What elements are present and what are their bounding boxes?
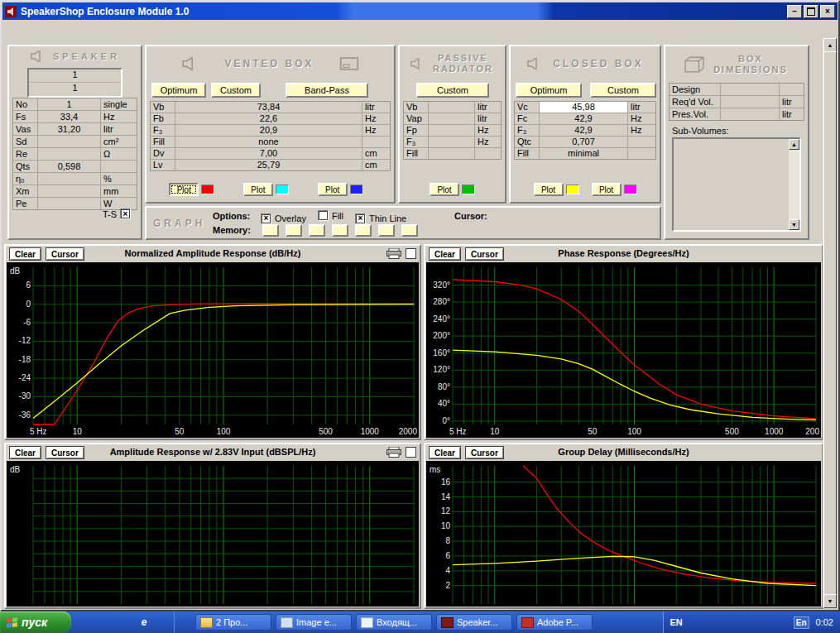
ts-checkbox[interactable]: × [120,209,131,219]
cursor-button[interactable]: Cursor [465,247,504,261]
plot-button[interactable]: Plot [318,183,348,196]
clear-button[interactable]: Clear [429,446,461,459]
param-value[interactable]: 33,4 [38,111,101,122]
option-checkbox[interactable]: × [318,210,329,221]
param-value[interactable]: 7,00 [175,148,362,159]
param-value[interactable] [429,137,475,147]
tray-icon[interactable] [701,617,711,627]
normalized-amplitude-chart[interactable]: 60-6-12-18-24-30-36dB5 Hz105010050010002… [7,262,419,438]
scroll-down-button[interactable]: ▼ [823,594,837,608]
param-value[interactable]: 0,598 [38,161,101,172]
plot-button[interactable]: Plot [169,183,199,196]
param-value[interactable] [429,113,475,124]
memory-button[interactable] [309,224,325,237]
param-value[interactable] [38,148,101,160]
quick-launch-icon[interactable] [156,616,169,629]
taskbar-task-button[interactable]: 2 Про... [195,614,271,631]
menu-item[interactable] [50,26,62,30]
cursor-button[interactable]: Cursor [46,446,84,459]
clear-button[interactable]: Clear [9,247,41,261]
param-value[interactable] [721,96,780,108]
option-checkbox[interactable]: × [355,213,366,224]
tray-icon[interactable] [767,617,777,627]
taskbar-task-button[interactable]: Adobe P... [516,614,593,631]
language-indicator[interactable]: EN [670,617,683,627]
quick-launch-icon[interactable] [101,616,114,629]
param-value[interactable]: 1 [38,98,101,110]
tray-icon[interactable] [741,617,751,627]
menu-item[interactable] [27,26,39,30]
amplitude-spl-chart[interactable]: dB [7,461,419,607]
param-value[interactable] [721,84,780,95]
plot-button[interactable]: Plot [243,183,273,196]
menu-item[interactable] [62,26,74,30]
sub-volumes-scrollbar[interactable]: ▲ ▼ [789,139,799,230]
menu-item[interactable] [16,26,27,30]
param-value[interactable]: 22,6 [175,113,362,124]
speaker-number-top[interactable]: 1 [29,70,121,83]
custom-button[interactable]: Custom [590,83,656,98]
scroll-down-button[interactable]: ▼ [789,219,799,230]
plot-button[interactable]: Plot [592,183,622,196]
scroll-up-button[interactable]: ▲ [789,139,799,150]
tray-icon[interactable] [688,617,698,627]
param-value[interactable] [429,125,475,136]
param-value[interactable]: 73,84 [175,102,362,113]
param-value[interactable] [38,185,101,197]
sub-volumes-list[interactable]: ▲ ▼ [672,137,801,232]
tray-icon[interactable] [754,617,764,627]
tray-icon[interactable] [780,617,790,627]
memory-button[interactable] [332,224,348,237]
param-value[interactable]: 20,9 [175,125,362,136]
clear-button[interactable]: Clear [9,446,41,459]
print-option-checkbox[interactable] [406,248,416,259]
memory-button[interactable] [355,224,372,237]
custom-button[interactable]: Custom [211,83,261,98]
param-value[interactable]: minimal [540,148,628,159]
param-value[interactable]: 42,9 [540,113,628,124]
param-value[interactable]: 45,98 [540,102,628,113]
param-value[interactable] [38,173,101,185]
option-checkbox[interactable]: × [261,213,271,224]
tray-icon[interactable] [727,617,737,627]
menu-item[interactable] [74,26,85,30]
memory-button[interactable] [262,224,279,237]
quick-launch-icon[interactable]: e [137,616,151,629]
param-value[interactable] [429,148,475,159]
memory-button[interactable] [286,224,302,237]
graph-option[interactable]: × Fill [318,210,343,221]
speaker-selector[interactable]: 1 1 [27,68,122,98]
param-value[interactable]: 0,707 [540,137,628,147]
speaker-number-bottom[interactable]: 1 [29,83,121,94]
clock[interactable]: 0:02 [816,617,833,627]
menu-item[interactable] [85,26,97,30]
print-icon[interactable] [386,447,401,458]
custom-button[interactable]: Custom [416,83,489,98]
maximize-button[interactable] [804,5,818,18]
plot-button[interactable]: Plot [430,183,459,196]
window-scrollbar[interactable]: ▲ ▼ [823,38,837,608]
optimum-button[interactable]: Optimum [151,83,206,98]
cursor-button[interactable]: Cursor [465,446,504,459]
cursor-button[interactable]: Cursor [46,247,84,261]
quick-launch-icon[interactable] [119,616,132,629]
close-button[interactable]: × [820,5,835,18]
optimum-button[interactable]: Optimum [516,83,582,98]
plot-button[interactable]: Plot [534,183,564,196]
param-value[interactable]: 31,20 [38,123,101,135]
memory-button[interactable] [378,224,395,237]
tray-icon[interactable] [714,617,724,627]
menu-item[interactable] [39,26,50,30]
taskbar-task-button[interactable]: Входящ... [356,614,432,631]
group-delay-chart[interactable]: 161412108642ms [426,461,821,607]
param-value[interactable]: 42,9 [540,125,628,136]
minimize-button[interactable]: – [787,5,802,18]
title-bar[interactable]: SpeakerShop Enclosure Module 1.0 – × [2,2,838,20]
print-option-checkbox[interactable] [406,447,416,458]
quick-launch-icon[interactable] [83,616,96,629]
taskbar-task-button[interactable]: Speaker... [436,614,512,631]
param-value[interactable]: none [175,137,362,147]
language-badge[interactable]: En [794,616,809,629]
param-value[interactable] [38,136,101,147]
param-value[interactable] [721,108,780,120]
